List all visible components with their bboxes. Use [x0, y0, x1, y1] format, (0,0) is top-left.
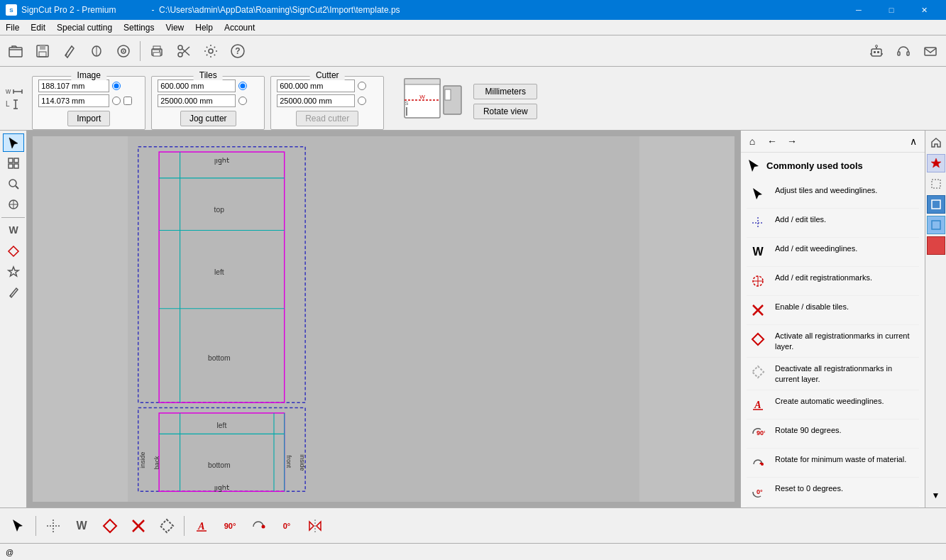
menu-item-view[interactable]: View	[160, 20, 189, 35]
email-button[interactable]	[918, 38, 943, 64]
forward-nav-button[interactable]: →	[783, 133, 801, 149]
rp-rotate-min-tool[interactable]: Rotate for minimum waste of material.	[747, 449, 919, 478]
ri-scroll-down-button[interactable]: ▼	[927, 486, 945, 505]
rp-activate-desc: Activate all registrationmarks in curren…	[775, 329, 918, 353]
right-panel-content[interactable]: Commonly used tools Adjust tiles and wee…	[741, 153, 925, 507]
app-icon: S	[6, 4, 17, 16]
star-tool-button[interactable]	[3, 263, 24, 281]
menu-item-edit[interactable]: Edit	[25, 20, 51, 35]
cutter-radio-2[interactable]	[358, 97, 366, 105]
open-button[interactable]	[3, 38, 28, 64]
rp-enable-tiles-tool[interactable]: Enable / disable tiles.	[747, 296, 919, 325]
rp-weed-tool[interactable]: W Add / edit weedinglines.	[747, 238, 919, 267]
rp-activate-reg-tool[interactable]: Activate all registrationmarks in curren…	[747, 325, 919, 358]
title-text: SignCut Pro 2 - Premium - C:\Users\admin…	[21, 5, 842, 15]
minimize-button[interactable]: ─	[842, 0, 875, 20]
svg-text:0°: 0°	[283, 522, 291, 530]
svg-rect-39	[445, 89, 451, 100]
bt-diamond2-button[interactable]	[154, 513, 180, 539]
cutter-height-input[interactable]	[277, 94, 355, 107]
ri-dottedrect-button[interactable]	[927, 175, 945, 193]
tile-view-button[interactable]	[3, 154, 24, 172]
image-checkbox[interactable]	[123, 97, 132, 105]
import-button[interactable]: Import	[67, 111, 110, 126]
read-cutter-button[interactable]: Read cutter	[296, 111, 358, 126]
canvas-area[interactable]: ʇɥƃıl top left bottom	[27, 131, 740, 507]
headset-button[interactable]	[891, 38, 916, 64]
rp-reg-marks-tool[interactable]: Add / edit registrationmarks.	[747, 267, 919, 296]
help-button[interactable]: ?	[225, 38, 251, 64]
cut-button[interactable]	[171, 38, 197, 64]
bt-mirror-button[interactable]	[302, 513, 328, 539]
rp-rotate90-tool[interactable]: 90° Rotate 90 degrees.	[747, 419, 919, 449]
close-button[interactable]: ✕	[908, 0, 940, 20]
robot-icon-button[interactable]	[864, 38, 889, 64]
svg-point-24	[876, 45, 878, 47]
ri-star-button[interactable]	[927, 154, 945, 172]
settings-button[interactable]	[198, 38, 224, 64]
select-tool-button[interactable]	[3, 133, 24, 152]
weed-tool-button[interactable]: W	[3, 221, 24, 240]
maximize-button[interactable]: □	[875, 0, 908, 20]
rotate-view-button[interactable]: Rotate view	[473, 104, 537, 119]
collapse-button[interactable]: ∧	[905, 133, 922, 149]
bt-select-button[interactable]	[6, 513, 31, 539]
ri-home-button[interactable]	[927, 133, 945, 152]
rp-auto-weed-tool[interactable]: A Create automatic weedinglines.	[747, 390, 919, 419]
menu-item-file[interactable]: File	[0, 20, 25, 35]
eraser-button[interactable]	[84, 38, 109, 64]
svg-rect-22	[877, 51, 879, 53]
rp-reset0-tool[interactable]: 0° Reset to 0 degrees.	[747, 478, 919, 507]
ri-layer3-button[interactable]	[927, 236, 945, 255]
svg-text:back: back	[153, 456, 160, 469]
bt-rotate90-button[interactable]: 90°	[217, 513, 243, 539]
image-radio-2[interactable]	[112, 97, 121, 105]
rp-enable-desc: Enable / disable tiles.	[775, 300, 849, 312]
bt-diamond-button[interactable]	[97, 513, 123, 539]
rp-mirror-tool[interactable]: Mirror image.	[747, 507, 919, 507]
bt-reset0-button[interactable]: 0°	[274, 513, 299, 539]
svg-rect-43	[9, 158, 13, 163]
svg-text:left: left	[217, 422, 227, 429]
ri-layers-button[interactable]	[927, 195, 945, 214]
tiles-radio-1[interactable]	[238, 82, 247, 90]
diamond-tool-button[interactable]	[3, 242, 24, 260]
save-button[interactable]	[30, 38, 55, 64]
bt-rotate-min-button[interactable]	[246, 513, 271, 539]
vinyl-button[interactable]	[111, 38, 136, 64]
menu-item-account[interactable]: Account	[219, 20, 260, 35]
svg-rect-3	[39, 52, 46, 57]
rp-deactivate-reg-tool[interactable]: Deactivate all registrationmarks in curr…	[747, 358, 919, 390]
crosshair-button[interactable]	[3, 195, 24, 214]
menu-item-help[interactable]: Help	[189, 20, 219, 35]
tiles-width-input[interactable]	[158, 79, 236, 92]
menu-item-settings[interactable]: Settings	[118, 20, 160, 35]
tiles-height-input[interactable]	[158, 94, 236, 107]
pencil-tool-button[interactable]	[3, 283, 24, 302]
image-width-input[interactable]	[38, 79, 109, 92]
image-radio-1[interactable]	[112, 82, 121, 90]
bt-weed-button[interactable]: W	[69, 513, 94, 539]
rp-rotate-min-desc: Rotate for minimum waste of material.	[775, 453, 906, 465]
image-height-input[interactable]	[38, 94, 109, 107]
w-label: w	[6, 87, 11, 95]
rp-add-edit-tiles-tool[interactable]: Add / edit tiles.	[747, 209, 919, 238]
bt-x-button[interactable]	[126, 513, 151, 539]
rp-adjust-tiles-tool[interactable]: Adjust tiles and weedinglines.	[747, 180, 919, 209]
cutter-radio-1[interactable]	[358, 82, 366, 90]
pen-tool-button[interactable]	[57, 38, 82, 64]
svg-rect-21	[874, 51, 876, 53]
print-button[interactable]	[144, 38, 170, 64]
ri-layer2-button[interactable]	[927, 216, 945, 234]
menu-item-special-cutting[interactable]: Special cutting	[51, 20, 118, 35]
menubar: FileEditSpecial cuttingSettingsViewHelpA…	[0, 20, 946, 35]
bt-auto-weed-button[interactable]: A	[189, 513, 214, 539]
back-nav-button[interactable]: ←	[764, 133, 781, 149]
zoom-tool-button[interactable]	[3, 175, 24, 193]
jog-cutter-button[interactable]: Jog cutter	[180, 111, 236, 126]
home-nav-button[interactable]: ⌂	[744, 133, 761, 149]
bt-tiles-button[interactable]	[40, 513, 66, 539]
cutter-width-input[interactable]	[277, 79, 355, 92]
tiles-radio-2[interactable]	[238, 97, 247, 105]
millimeters-button[interactable]: Millimeters	[473, 84, 537, 99]
